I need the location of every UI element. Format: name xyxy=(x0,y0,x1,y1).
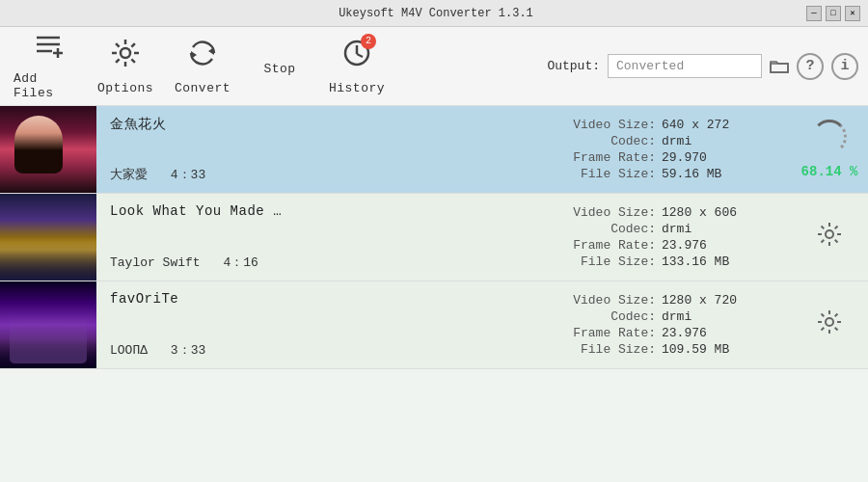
window-controls[interactable]: — □ ✕ xyxy=(806,6,860,21)
file-duration-1: 4：33 xyxy=(171,168,205,182)
table-row: Look What You Made … Taylor Swift 4：16 V… xyxy=(0,194,868,281)
codec-value-3: drmi xyxy=(662,309,692,324)
window-title: Ukeysoft M4V Converter 1.3.1 xyxy=(66,7,806,20)
table-row: 金魚花火 大家愛 4：33 Video Size: 640 x 272 Code… xyxy=(0,106,868,194)
maximize-button[interactable]: □ xyxy=(826,6,841,21)
video-size-label-3: Video Size: xyxy=(559,293,656,308)
file-artist-2: Taylor Swift xyxy=(110,255,201,270)
frame-rate-value-1: 29.970 xyxy=(662,150,707,165)
thumbnail-1 xyxy=(0,106,96,193)
svg-line-34 xyxy=(822,313,825,316)
file-info-2: Look What You Made … Taylor Swift 4：16 xyxy=(96,194,559,281)
progress-spinner-1 xyxy=(812,120,847,154)
output-input[interactable] xyxy=(608,54,762,78)
svg-point-5 xyxy=(121,48,130,58)
frame-rate-label-2: Frame Rate: xyxy=(559,238,656,253)
file-artist-3: LOOΠΔ xyxy=(110,343,148,358)
svg-point-29 xyxy=(826,318,833,326)
frame-rate-label-3: Frame Rate: xyxy=(559,326,656,340)
svg-marker-14 xyxy=(208,47,214,55)
video-size-value-1: 640 x 272 xyxy=(662,118,729,132)
svg-marker-15 xyxy=(191,51,197,59)
help-button[interactable]: ? xyxy=(797,53,824,80)
video-size-label-1: Video Size: xyxy=(559,118,656,132)
video-size-value-3: 1280 x 720 xyxy=(662,293,737,308)
history-label: History xyxy=(329,81,385,95)
convert-button[interactable]: Convert xyxy=(164,34,241,99)
svg-line-18 xyxy=(357,54,363,57)
file-actions-1: 68.14 % xyxy=(791,106,868,193)
toolbar: Add Files xyxy=(0,27,868,106)
svg-line-10 xyxy=(116,43,120,47)
thumbnail-3 xyxy=(0,281,96,368)
file-info-1: 金魚花火 大家愛 4：33 xyxy=(96,106,559,193)
svg-line-35 xyxy=(835,327,838,330)
add-files-button[interactable]: Add Files xyxy=(10,28,87,104)
file-actions-2[interactable] xyxy=(791,194,868,281)
file-size-label-1: File Size: xyxy=(559,167,656,181)
svg-line-37 xyxy=(822,327,825,330)
output-area: Output: ? i xyxy=(547,53,858,80)
file-info-3: favOriTe LOOΠΔ 3：33 xyxy=(96,281,559,368)
convert-label: Convert xyxy=(175,81,231,95)
svg-line-13 xyxy=(116,59,120,63)
file-size-value-2: 133.16 MB xyxy=(662,254,729,269)
add-files-label: Add Files xyxy=(14,71,83,100)
convert-icon xyxy=(187,38,218,75)
svg-line-27 xyxy=(835,226,838,228)
svg-line-11 xyxy=(131,59,135,63)
file-specs-3: Video Size: 1280 x 720 Codec: drmi Frame… xyxy=(559,281,791,368)
info-button[interactable]: i xyxy=(831,53,858,80)
add-files-icon xyxy=(33,32,64,66)
svg-rect-19 xyxy=(771,64,788,72)
progress-text-1: 68.14 % xyxy=(801,164,858,179)
history-button[interactable]: 2 History xyxy=(318,34,395,99)
frame-rate-value-2: 23.976 xyxy=(662,238,707,253)
options-label: Options xyxy=(97,81,153,95)
stop-label: Stop xyxy=(263,62,295,76)
history-badge: 2 xyxy=(361,34,376,49)
codec-label-1: Codec: xyxy=(559,134,656,148)
codec-label-3: Codec: xyxy=(559,309,656,324)
svg-point-20 xyxy=(826,230,833,238)
stop-button[interactable]: Stop xyxy=(241,52,318,80)
frame-rate-value-3: 23.976 xyxy=(662,326,707,340)
table-row: favOriTe LOOΠΔ 3：33 Video Size: 1280 x 7… xyxy=(0,281,868,369)
file-specs-2: Video Size: 1280 x 606 Codec: drmi Frame… xyxy=(559,194,791,281)
file-duration-3: 3：33 xyxy=(171,343,205,358)
file-size-label-3: File Size: xyxy=(559,342,656,357)
options-button[interactable]: Options xyxy=(87,34,164,99)
video-size-label-2: Video Size: xyxy=(559,205,656,220)
settings-icon-3[interactable] xyxy=(817,309,842,341)
file-title-3: favOriTe xyxy=(110,291,546,307)
codec-value-2: drmi xyxy=(662,222,692,236)
svg-line-36 xyxy=(835,313,838,316)
history-icon: 2 xyxy=(341,38,372,75)
file-size-value-1: 59.16 MB xyxy=(662,167,721,181)
svg-line-28 xyxy=(822,239,825,242)
file-actions-3[interactable] xyxy=(791,281,868,368)
file-duration-2: 4：16 xyxy=(223,255,258,270)
file-size-value-3: 109.59 MB xyxy=(662,342,729,357)
file-size-label-2: File Size: xyxy=(559,254,656,269)
file-title-1: 金魚花火 xyxy=(110,116,546,133)
title-bar: Ukeysoft M4V Converter 1.3.1 — □ ✕ xyxy=(0,0,868,27)
file-meta-2: Taylor Swift 4：16 xyxy=(110,254,546,271)
options-icon xyxy=(110,38,141,75)
minimize-button[interactable]: — xyxy=(806,6,822,21)
output-label: Output: xyxy=(547,59,600,73)
codec-value-1: drmi xyxy=(662,134,692,148)
close-button[interactable]: ✕ xyxy=(845,6,860,21)
file-specs-1: Video Size: 640 x 272 Codec: drmi Frame … xyxy=(559,106,791,193)
frame-rate-label-1: Frame Rate: xyxy=(559,150,656,165)
video-size-value-2: 1280 x 606 xyxy=(662,205,737,220)
svg-line-26 xyxy=(835,239,838,242)
file-meta-1: 大家愛 4：33 xyxy=(110,166,546,183)
settings-icon-2[interactable] xyxy=(817,222,842,254)
folder-button[interactable] xyxy=(770,57,789,76)
file-artist-1: 大家愛 xyxy=(110,168,148,182)
empty-area xyxy=(0,369,868,466)
file-title-2: Look What You Made … xyxy=(110,203,546,219)
file-meta-3: LOOΠΔ 3：33 xyxy=(110,341,546,359)
thumbnail-2 xyxy=(0,194,96,281)
